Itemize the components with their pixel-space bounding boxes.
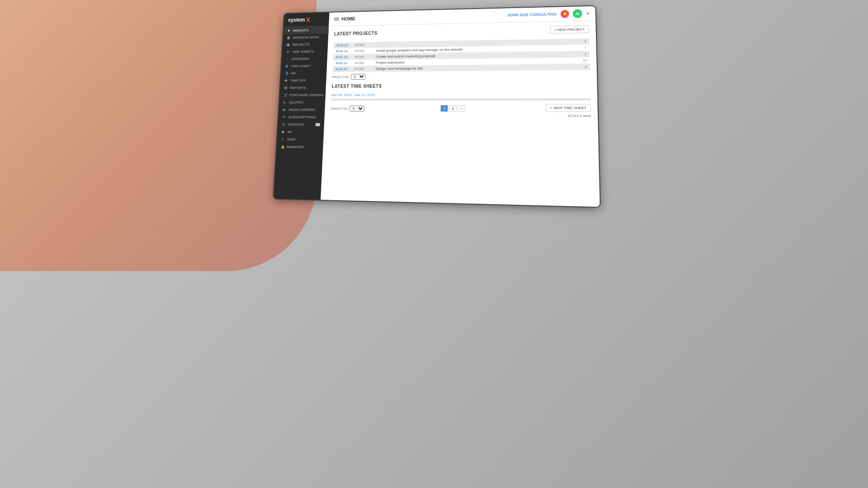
timesheet-date-range: Mar 05, 2023 - Mar 11, 2023	[331, 92, 590, 97]
sidebar-label-hr: HR	[291, 71, 296, 75]
new-timesheet-button[interactable]: + NEW TIME SHEET	[546, 103, 591, 112]
reports-icon: ▤	[284, 86, 288, 90]
sidebar-label-org-chart: ORG CHART	[291, 64, 311, 68]
manager-icon: 🔒	[281, 145, 285, 149]
latest-projects-section: LATEST PROJECTS + NEW PROJECT ACE-14 ACM…	[332, 25, 590, 80]
laptop-wrapper: system X ★ INSIGHTS ▦ ADDRESS BOOK ▣ PRO…	[0, 0, 868, 488]
sidebar-label-insights: INSIGHTS	[293, 28, 309, 33]
sidebar-label-quotes: QUOTES	[289, 100, 303, 104]
sidebar-label-projects: PROJECTS	[292, 42, 310, 47]
show-rec-timesheets: Show 5 rec 5 10	[330, 105, 364, 111]
project-client-cell: ACME	[352, 54, 374, 60]
project-client-cell: ACME	[353, 42, 374, 48]
sidebar-item-manager[interactable]: 🔒 MANAGER	[276, 143, 323, 151]
sidebar-label-reports: REPORTS	[290, 86, 306, 90]
address-book-icon: ▦	[287, 36, 291, 39]
timesheets-table	[331, 99, 591, 101]
show-rec-ts-label: Show 5 rec	[331, 106, 348, 110]
logo-text: system	[288, 17, 305, 23]
sidebar-label-sales-orders: SALES ORDERS	[288, 108, 315, 112]
sidebar-label-address-book: ADDRESS BOOK	[292, 35, 319, 39]
project-id-cell: ACE-12	[333, 54, 353, 60]
project-count-cell: 9	[569, 38, 590, 45]
sidebar-item-invoices[interactable]: ◎ INVOICES 3	[278, 121, 324, 128]
sidebar-item-quotes[interactable]: $ QUOTES	[279, 99, 326, 106]
insights-icon: ★	[288, 29, 292, 33]
ts-header-cell	[431, 99, 483, 101]
page-2-button[interactable]: 2	[449, 105, 457, 112]
project-id-cell: ACE-10	[332, 66, 352, 72]
sidebar-item-purchase-orders[interactable]: 🛒 PURCHASE ORDERS	[279, 91, 326, 99]
user-avatar[interactable]: JD	[573, 9, 582, 18]
page-title: HOME	[341, 16, 355, 22]
project-count-cell: 9	[569, 64, 590, 70]
main-content: HOME JOHN DOE CONSULTING 🔔 JD ▼	[321, 6, 600, 207]
notification-bell[interactable]: 🔔	[561, 10, 569, 18]
sidebar-label-expenses: EXPENSES	[292, 57, 310, 61]
show-rec-select[interactable]: 5 10 25	[351, 74, 366, 80]
invoices-badge: 3	[316, 123, 320, 126]
hamburger-line-2	[334, 19, 339, 19]
timesheets-section-title: LATEST TIME SHEETS	[332, 84, 382, 89]
ts-header-cell	[380, 99, 431, 101]
app-logo[interactable]: system X	[283, 13, 329, 27]
projects-icon: ▣	[287, 43, 291, 47]
sales-orders-icon: ◈	[283, 108, 288, 112]
projects-section-title: LATEST PROJECTS	[334, 31, 377, 36]
ts-header-cell	[483, 99, 536, 101]
project-client-cell: ACME	[352, 48, 374, 54]
ts-header-cell	[331, 99, 381, 100]
user-menu-arrow[interactable]: ▼	[586, 11, 590, 15]
sidebar-label-purchase-orders: PURCHASE ORDERS	[289, 93, 323, 97]
show-rec-projects: Show 5 rec 5 10 25	[332, 72, 590, 80]
quotes-icon: $	[283, 100, 288, 104]
sidebar-item-reports[interactable]: ▤ REPORTS	[280, 84, 326, 92]
hamburger-menu[interactable]	[334, 17, 339, 21]
page-1-button[interactable]: 1	[441, 105, 448, 112]
sidebar-item-subscriptions[interactable]: ⟳ SUBSCRIPTIONS	[278, 113, 325, 121]
sidebar-item-org-chart[interactable]: ⊞ ORG CHART	[281, 62, 327, 70]
invoices-icon: ◎	[282, 122, 287, 127]
project-count-cell: 7	[569, 45, 590, 52]
project-id-cell: ACE-14	[334, 42, 353, 48]
sign-icon: ✓	[281, 137, 286, 141]
app-container: system X ★ INSIGHTS ▦ ADDRESS BOOK ▣ PRO…	[274, 6, 600, 207]
logo-x: X	[306, 16, 310, 23]
timesheets-icon: ⏱	[286, 50, 291, 54]
show-rec-ts-select[interactable]: 5 10	[349, 105, 364, 111]
project-id-cell: ACE-11	[333, 60, 352, 66]
ts-header-cell	[536, 99, 590, 101]
sidebar-label-invoices: INVOICES	[288, 122, 304, 127]
company-name: JOHN DOE CONSULTING	[507, 12, 557, 17]
sidebar-label-manager: MANAGER	[287, 145, 304, 149]
sidebar-item-insights[interactable]: ★ INSIGHTS	[283, 26, 329, 34]
sidebar-item-hr[interactable]: 👤 HR	[281, 70, 327, 77]
sidebar-nav: ★ INSIGHTS ▦ ADDRESS BOOK ▣ PROJECTS ⏱ T…	[274, 26, 329, 200]
sidebar-item-time-off[interactable]: ✱ TIME OFF	[280, 77, 326, 84]
sidebar-label-ap: AP	[288, 130, 292, 134]
sidebar-item-expenses[interactable]: ↑ EXPENSES	[282, 55, 327, 63]
sidebar-label-time-off: TIME OFF	[290, 79, 306, 83]
page-next-button[interactable]: ›	[458, 105, 465, 112]
header-title-container: HOME	[334, 16, 356, 22]
sidebar-item-sales-orders[interactable]: ◈ SALES ORDERS	[278, 106, 325, 113]
sidebar-item-sign[interactable]: ✓ SIGN	[277, 136, 323, 144]
new-project-button[interactable]: + NEW PROJECT	[550, 25, 589, 33]
sidebar-item-time-sheets[interactable]: ⏱ TIME SHEETS	[282, 48, 328, 56]
content-area: LATEST PROJECTS + NEW PROJECT ACE-14 ACM…	[321, 21, 600, 207]
sidebar-label-timesheets: TIME SHEETS	[292, 50, 314, 54]
time-off-icon: ✱	[284, 79, 289, 83]
sidebar-item-ap[interactable]: ◆ AP	[277, 128, 324, 136]
sidebar-label-subscriptions: SUBSCRIPTIONS	[288, 115, 316, 119]
hamburger-line-1	[334, 17, 339, 18]
project-count-cell: 10	[569, 57, 590, 64]
show-rec-label: Show 5 rec	[332, 75, 349, 79]
hr-icon: 👤	[285, 71, 289, 75]
sidebar-item-address-book[interactable]: ▦ ADDRESS BOOK	[283, 33, 328, 42]
sidebar-item-projects[interactable]: ▣ PROJECTS	[283, 41, 328, 48]
header-right: JOHN DOE CONSULTING 🔔 JD ▼	[507, 9, 590, 20]
pagination: 1 2 ›	[441, 105, 465, 112]
latest-timesheets-section: LATEST TIME SHEETS Mar 05, 2023 - Mar 11…	[330, 83, 591, 118]
project-client-cell: ACME	[352, 66, 373, 72]
expenses-icon: ↑	[286, 57, 290, 61]
